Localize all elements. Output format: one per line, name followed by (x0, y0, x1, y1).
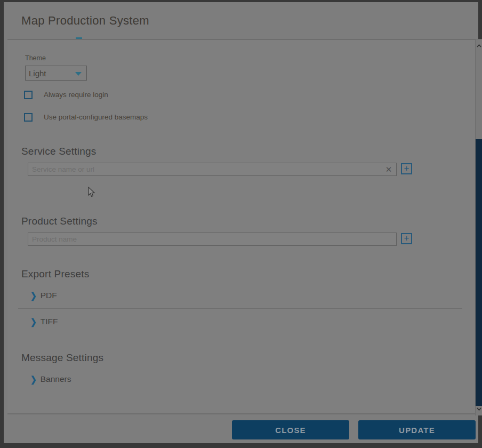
product-name-input[interactable] (28, 233, 397, 246)
chevron-right-icon: ❯ (30, 374, 37, 384)
checkbox-always-require-login[interactable] (24, 91, 33, 99)
scroll-down-icon[interactable] (476, 404, 482, 414)
row-label: TIFF (41, 317, 58, 326)
add-product-button[interactable]: + (401, 233, 412, 244)
footer-divider (7, 413, 482, 414)
close-button[interactable]: CLOSE (232, 420, 349, 439)
checkbox-label: Use portal-configured basemaps (44, 113, 148, 121)
expandable-row-pdf[interactable]: ❯ PDF (30, 291, 57, 300)
section-title-export-presets: Export Presets (21, 268, 89, 280)
chevron-right-icon: ❯ (30, 317, 37, 326)
vertical-scrollbar[interactable] (475, 39, 482, 415)
service-name-input[interactable] (28, 163, 397, 176)
theme-label: Theme (25, 54, 46, 62)
clear-icon[interactable]: ✕ (382, 164, 395, 175)
checkbox-label: Always require login (44, 91, 108, 99)
chevron-right-icon: ❯ (30, 291, 37, 300)
theme-select[interactable]: Light (25, 66, 87, 81)
checkbox-portal-basemaps[interactable] (24, 113, 33, 122)
expandable-row-tiff[interactable]: ❯ TIFF (30, 317, 58, 326)
section-title-service-settings: Service Settings (21, 146, 97, 157)
update-button[interactable]: UPDATE (358, 420, 476, 439)
section-title-message-settings: Message Settings (21, 352, 103, 364)
row-divider (18, 308, 462, 309)
header-divider (7, 39, 482, 40)
map-production-dialog: Map Production System Theme Light Always… (4, 2, 478, 443)
scroll-up-icon[interactable] (476, 41, 482, 51)
dialog-title: Map Production System (21, 14, 149, 28)
row-label: PDF (41, 291, 57, 300)
theme-select-value: Light (29, 69, 46, 78)
chevron-down-icon (75, 72, 82, 76)
add-service-button[interactable]: + (401, 163, 412, 174)
section-title-product-settings: Product Settings (21, 215, 98, 227)
clipped-scrolled-element (76, 37, 82, 39)
expandable-row-banners[interactable]: ❯ Banners (30, 374, 71, 384)
row-label: Banners (41, 374, 71, 384)
scrollbar-thumb[interactable] (476, 139, 482, 406)
